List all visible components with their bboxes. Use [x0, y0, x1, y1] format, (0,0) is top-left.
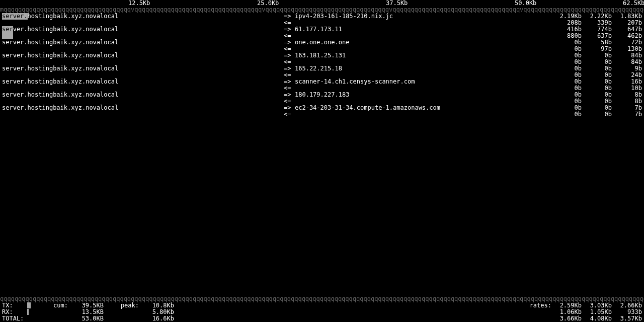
source-host: server.hostingbaik.xyz.novalocal — [0, 13, 284, 20]
total-rate-2s: 3.66Kb — [551, 315, 582, 322]
source-host: server.hostingbaik.xyz.novalocal — [0, 52, 284, 59]
connection-out-row: server.hostingbaik.xyz.novalocal=>ec2-34… — [0, 105, 644, 111]
scale-tick-3: 37.5Kb — [386, 0, 408, 7]
rate-10s-in: 0b — [582, 111, 612, 118]
scale-tick-5: 62.5Kb — [623, 0, 644, 7]
connection-out-row: server.hostingbaik.xyz.novalocal=>163.18… — [0, 52, 644, 59]
source-host-in — [0, 33, 284, 39]
dest-host: ipv4-203-161-185-210.nix.jc — [295, 13, 551, 20]
connection-in-row: <=0b0b8b — [0, 98, 644, 105]
connection-in-row: <=0b0b24b — [0, 72, 644, 78]
iftop-terminal: { "scale": { "t1": "12.5Kb", "t2": "25.0… — [0, 0, 644, 322]
source-host: server.hostingbaik.xyz.novalocal — [0, 92, 284, 98]
source-host: server.hostingbaik.xyz.novalocal — [0, 78, 284, 85]
source-host-in — [0, 59, 284, 65]
total-label: TOTAL: — [0, 315, 27, 322]
dest-host: 61.177.173.11 — [295, 26, 551, 33]
source-host: server.hostingbaik.xyz.novalocal — [0, 105, 284, 111]
connections-list: server.hostingbaik.xyz.novalocal=>ipv4-2… — [0, 13, 644, 118]
connection-out-row: server.hostingbaik.xyz.novalocal=>165.22… — [0, 65, 644, 72]
source-host: server.hostingbaik.xyz.novalocal — [0, 39, 284, 46]
dest-host: 165.22.215.18 — [295, 65, 551, 72]
scale-tick-4: 50.0Kb — [515, 0, 536, 7]
source-host-in — [0, 98, 284, 105]
scale-tick-2: 25.0Kb — [257, 0, 279, 7]
dest-host: ec2-34-203-31-34.compute-1.amazonaws.com — [295, 105, 551, 111]
peak-label: peak: — [104, 302, 139, 309]
rates-label: rates: — [521, 302, 551, 309]
dest-host: 163.181.25.131 — [295, 52, 551, 59]
connection-in-row: <=0b0b84b — [0, 59, 644, 65]
total-cum: 53.0KB — [73, 315, 104, 322]
connection-out-row: server.hostingbaik.xyz.novalocal=>180.17… — [0, 92, 644, 98]
dest-host: scanner-14.ch1.censys-scanner.com — [295, 78, 551, 85]
scale-ruler: 12.5Kb 25.0Kb 37.5Kb 50.0Kb 62.5Kb — [0, 0, 644, 7]
total-rate-10s: 4.08Kb — [582, 315, 612, 322]
connection-out-row: server.hostingbaik.xyz.novalocal=>61.177… — [0, 26, 644, 33]
scale-tick-1: 12.5Kb — [128, 0, 150, 7]
dest-host: 180.179.227.183 — [295, 92, 551, 98]
source-host-in — [0, 111, 284, 118]
rate-40s-in: 7b — [612, 111, 644, 118]
source-host-in — [0, 72, 284, 78]
dest-host: one.one.one.one — [295, 39, 551, 46]
connection-in-row: <=0b0b10b — [0, 85, 644, 92]
source-host: server.hostingbaik.xyz.novalocal — [0, 26, 284, 33]
connection-in-row: <=880b637b462b — [0, 33, 644, 39]
connection-out-row: server.hostingbaik.xyz.novalocal=>ipv4-2… — [0, 13, 644, 20]
connection-out-row: server.hostingbaik.xyz.novalocal=>scanne… — [0, 78, 644, 85]
source-host: server.hostingbaik.xyz.novalocal — [0, 65, 284, 72]
source-host-in — [0, 85, 284, 92]
total-peak: 16.6Kb — [139, 315, 174, 322]
connection-out-row: server.hostingbaik.xyz.novalocal=>one.on… — [0, 39, 644, 46]
connection-in-row: <=0b0b7b — [0, 111, 644, 118]
footer-total-row: TOTAL: 53.0KB 16.6Kb 3.66Kb 4.08Kb 3.57K… — [0, 315, 644, 322]
connection-in-row: <=0b97b130b — [0, 46, 644, 52]
footer: TX: cum: 39.5KB peak: 10.8Kb rates: 2.59… — [0, 302, 644, 322]
source-host-in — [0, 46, 284, 52]
scale-bar: mqqqqqqqqqqqqqqqqqqqqqqqqqqqqqqqqqqqvqqq… — [0, 7, 644, 13]
tx-traffic-bar — [27, 302, 31, 308]
rate-2s-in: 0b — [551, 111, 582, 118]
total-rate-40s: 3.57Kb — [612, 315, 644, 322]
connection-in-row: <=208b339b207b — [0, 20, 644, 26]
source-host-in — [0, 20, 284, 26]
arrow-in-icon: <= — [284, 111, 295, 118]
